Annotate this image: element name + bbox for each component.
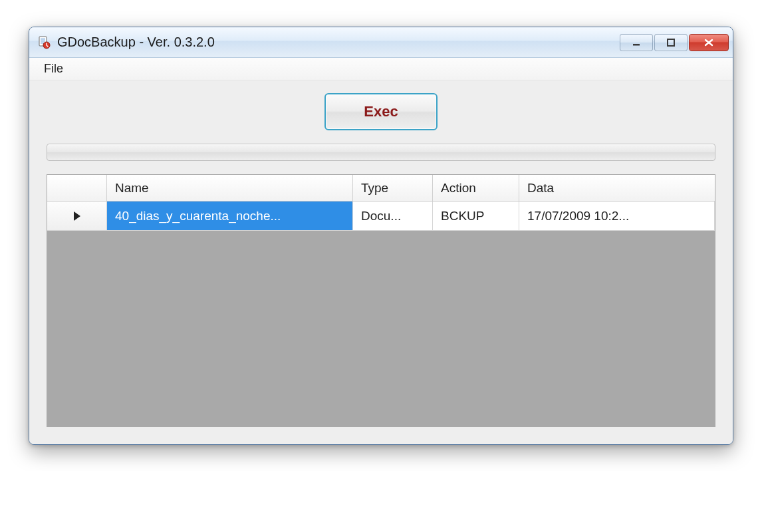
table-row[interactable]: 40_dias_y_cuarenta_noche... Docu... BCKU… [47, 201, 715, 231]
grid-body: 40_dias_y_cuarenta_noche... Docu... BCKU… [47, 201, 715, 426]
titlebar[interactable]: GDocBackup - Ver. 0.3.2.0 [29, 27, 733, 58]
svg-rect-3 [41, 43, 44, 43]
app-window: GDocBackup - Ver. 0.3.2.0 File Exec [29, 27, 733, 445]
client-area: Exec Name Type Action Data 40_dias_y_cua… [29, 80, 733, 444]
cell-type[interactable]: Docu... [353, 201, 433, 230]
cell-data[interactable]: 17/07/2009 10:2... [519, 201, 715, 230]
menu-file[interactable]: File [37, 59, 70, 78]
minimize-icon [632, 38, 641, 47]
close-icon [703, 38, 714, 47]
exec-row: Exec [47, 93, 715, 130]
window-controls [620, 34, 729, 51]
exec-button[interactable]: Exec [324, 93, 438, 130]
cell-name[interactable]: 40_dias_y_cuarenta_noche... [107, 201, 353, 230]
progress-bar [47, 144, 715, 161]
svg-rect-5 [633, 44, 640, 46]
maximize-button[interactable] [654, 34, 688, 51]
svg-rect-1 [41, 39, 45, 39]
grid-header: Name Type Action Data [47, 175, 715, 201]
data-grid[interactable]: Name Type Action Data 40_dias_y_cuarenta… [47, 174, 715, 427]
menubar: File [29, 58, 733, 80]
maximize-icon [666, 38, 676, 47]
grid-header-indicator[interactable] [47, 175, 107, 201]
row-indicator-arrow-icon [74, 211, 80, 221]
cell-action[interactable]: BCKUP [433, 201, 519, 230]
grid-header-data[interactable]: Data [519, 175, 715, 201]
svg-rect-2 [41, 41, 45, 41]
window-title: GDocBackup - Ver. 0.3.2.0 [57, 35, 620, 50]
close-button[interactable] [689, 34, 729, 51]
row-indicator [47, 201, 107, 230]
grid-header-name[interactable]: Name [107, 175, 353, 201]
app-icon [37, 36, 51, 49]
svg-rect-6 [668, 39, 674, 46]
grid-header-action[interactable]: Action [433, 175, 519, 201]
grid-header-type[interactable]: Type [353, 175, 433, 201]
minimize-button[interactable] [620, 34, 653, 51]
